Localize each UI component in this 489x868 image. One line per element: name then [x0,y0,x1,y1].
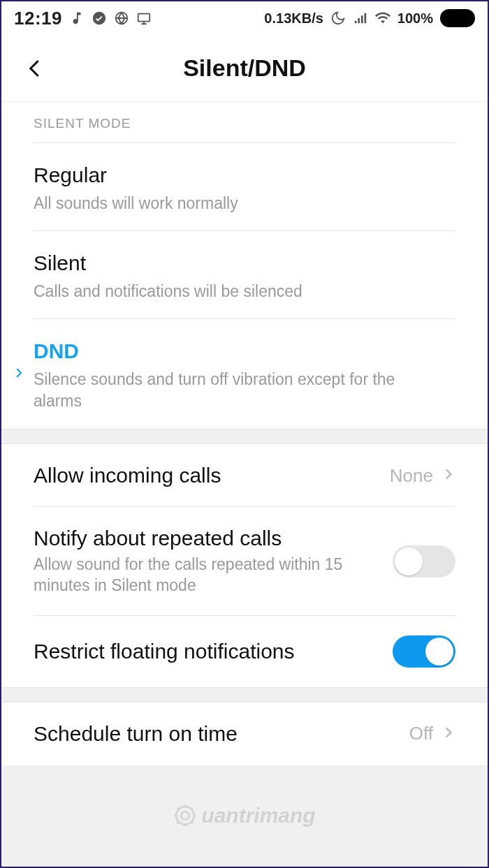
mode-title: Silent [34,249,455,277]
wifi-icon [375,10,391,26]
mode-subtitle: All sounds will work normally [34,193,411,214]
music-note-icon [69,10,85,26]
battery-percent: 100% [397,10,433,27]
mode-title: DND [34,337,455,365]
ftp-icon [136,10,152,26]
page-title: Silent/DND [21,54,468,82]
header: Silent/DND [1,35,488,102]
mode-list: Regular All sounds will work normally Si… [1,143,488,429]
schedule-section: Schedule turn on time Off [1,703,488,765]
status-time: 12:19 [14,8,62,29]
allow-incoming-calls-row[interactable]: Allow incoming calls None [1,444,488,507]
watermark-text: uantrimang [201,804,315,827]
aperture-icon [114,10,129,26]
svg-point-0 [93,12,105,24]
mode-regular[interactable]: Regular All sounds will work normally [1,143,488,231]
row-subtitle: Allow sound for the calls repeated withi… [34,554,379,596]
signal-icon [353,10,368,26]
mode-subtitle: Silence sounds and turn off vibration ex… [34,369,411,412]
section-divider [1,687,488,703]
svg-rect-2 [138,14,150,22]
watermark: uantrimang [173,804,315,827]
section-divider [1,429,488,444]
svg-point-4 [182,812,189,820]
row-value: Off [409,723,433,744]
network-speed: 0.13KB/s [264,10,323,27]
battery-icon [440,9,475,27]
status-bar: 12:19 0.13KB/s 10 [1,1,488,35]
schedule-turn-on-row[interactable]: Schedule turn on time Off [1,703,488,765]
notify-repeated-toggle[interactable] [393,545,455,578]
mode-title: Regular [34,161,455,189]
chevron-right-icon [441,723,455,745]
row-label: Restrict floating notifications [34,640,379,663]
footer-empty-area: uantrimang [1,765,488,867]
selected-indicator-icon [13,365,25,384]
restrict-floating-toggle[interactable] [393,635,455,668]
row-label: Notify about repeated calls [34,527,379,550]
row-label: Allow incoming calls [34,464,376,487]
mode-subtitle: Calls and notifications will be silenced [34,281,411,302]
moon-icon [330,10,346,26]
row-label: Schedule turn on time [34,722,395,746]
restrict-floating-notifications-row[interactable]: Restrict floating notifications [1,616,488,687]
checkmark-circle-icon [92,10,107,26]
silent-mode-section-label: SILENT MODE [1,102,488,142]
dnd-settings: Allow incoming calls None Notify about r… [1,444,488,687]
notify-repeated-calls-row[interactable]: Notify about repeated calls Allow sound … [1,507,488,616]
mode-dnd[interactable]: DND Silence sounds and turn off vibratio… [1,319,488,429]
row-value: None [390,465,433,487]
chevron-right-icon [441,464,455,487]
mode-silent[interactable]: Silent Calls and notifications will be s… [1,231,488,319]
